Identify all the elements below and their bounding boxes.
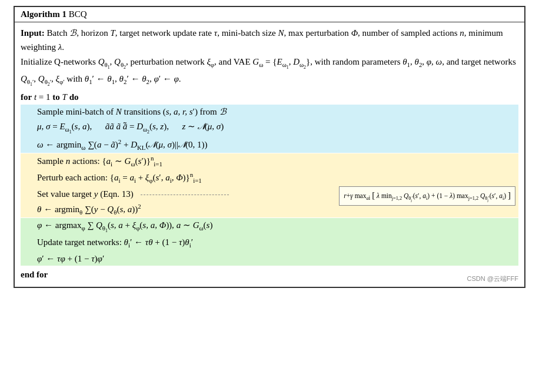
line-target-update: Update target networks: θi′ ← τθ + (1 − … [21,235,518,250]
line-phi-update: φ ← argmaxφ ∑ Qθ1(s, a + ξφ(s, a, Φ)), a… [21,218,518,235]
yellow-section: Sample n actions: {ai ∼ Gω(s′)}ni=1 Pert… [21,153,518,217]
algorithm-body: Input: Batch ℬ, horizon T, target networ… [15,22,524,287]
tooltip-content: r+γ maxai [ λ minj=1,2 Qθj′(s′, ai) + (1… [344,192,511,199]
for-line: for t = 1 to T do [21,90,518,104]
blue-section: Sample mini-batch of N transitions (s, a… [21,105,518,153]
algorithm-name: BCQ [69,9,87,19]
for-keyword: for [21,92,32,102]
line-vae-update: ω ← argminω ∑(a − ã)2 + DKL(𝒩(μ, σ)||𝒩(… [21,137,518,153]
algorithm-container: Algorithm 1 BCQ Input: Batch ℬ, horizon … [14,6,525,288]
line-sample-batch: Sample mini-batch of N transitions (s, a… [21,105,518,119]
tooltip-box: r+γ maxai [ λ minj=1,2 Qθj′(s′, ai) + (1… [339,186,515,206]
line-perturb: Perturb each action: {ai = ai + ξφ(s′, a… [21,170,518,186]
input-block: Input: Batch ℬ, horizon T, target networ… [21,26,518,54]
initialize-block: Initialize Q-networks Qθ1, Qθ2, perturba… [21,55,518,88]
watermark: CSDN @云端FFF [467,274,518,283]
line-phi-prime: φ′ ← τφ + (1 − τ)φ′ [21,252,518,266]
line-encoder: μ, σ = Eω1(s, a), ãã ã ā̃ = Dω2(s, z), … [21,119,518,136]
input-label: Input: [21,28,45,38]
algorithm-header: Algorithm 1 BCQ [15,7,524,22]
green-section: φ ← argmaxφ ∑ Qθ1(s, a + ξφ(s, a, Φ)), a… [21,218,518,266]
end-for-line: end for [21,267,518,282]
line-sample-actions: Sample n actions: {ai ∼ Gω(s′)}ni=1 [21,153,518,169]
algorithm-title: Algorithm 1 [21,9,66,19]
